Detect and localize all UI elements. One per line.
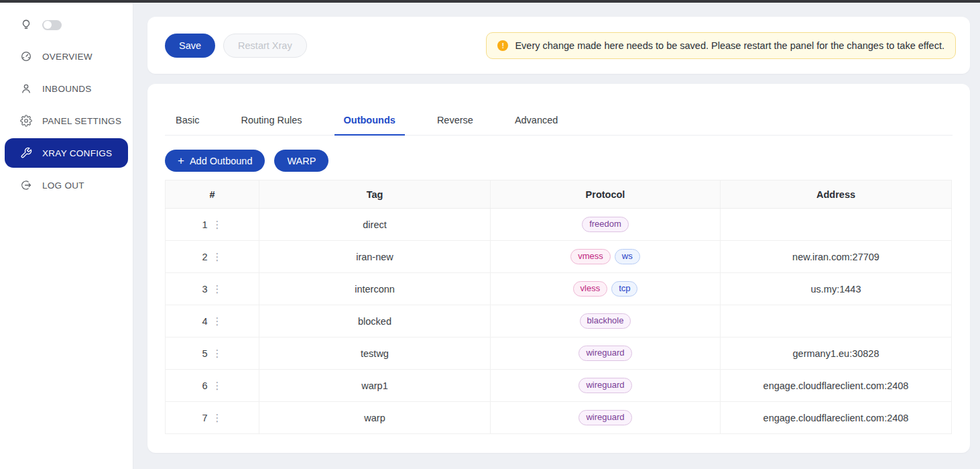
- sidebar-item-label: LOG OUT: [42, 180, 84, 191]
- protocol-badge-ws: ws: [615, 249, 640, 264]
- toggle-knob: [44, 21, 52, 29]
- sidebar-item-log-out[interactable]: LOG OUT: [0, 169, 133, 201]
- protocol-cell: vlesstcp: [491, 273, 721, 305]
- protocol-badge-blackhole: blackhole: [580, 313, 631, 329]
- row-number: 7: [202, 413, 207, 423]
- table-row: 4 ⋮ blocked blackhole: [166, 305, 952, 337]
- tag-cell: warp1: [259, 370, 491, 402]
- protocol-cell: wireguard: [491, 337, 721, 370]
- table-row: 3 ⋮ interconn vlesstcp us.my:1443: [166, 273, 952, 305]
- sidebar-item-label: XRAY CONFIGS: [42, 148, 112, 158]
- table-header-row: #TagProtocolAddress: [166, 180, 952, 209]
- address-cell: us.my:1443: [721, 273, 952, 305]
- vertical-dots-icon[interactable]: ⋮: [212, 380, 223, 390]
- column-header-tag: Tag: [259, 180, 491, 209]
- tag-cell: blocked: [259, 305, 491, 337]
- row-number: 2: [202, 252, 207, 262]
- sidebar-item-label: INBOUNDS: [42, 84, 92, 94]
- vertical-dots-icon[interactable]: ⋮: [212, 316, 223, 326]
- column-header-protocol: Protocol: [491, 180, 721, 209]
- column-header-num: #: [166, 180, 259, 209]
- vertical-dots-icon[interactable]: ⋮: [212, 348, 223, 358]
- xray-configs-card: BasicRouting RulesOutboundsReverseAdvanc…: [147, 84, 970, 453]
- wrench-icon: [20, 147, 32, 159]
- table-row: 2 ⋮ iran-new vmessws new.iran.com:27709: [166, 241, 952, 273]
- tab-outbounds[interactable]: Outbounds: [344, 115, 395, 135]
- address-cell: [721, 305, 952, 337]
- save-button[interactable]: Save: [165, 34, 215, 58]
- protocol-cell: wireguard: [491, 370, 721, 402]
- column-header-address: Address: [721, 180, 952, 209]
- restart-xray-button[interactable]: Restart Xray: [223, 34, 307, 58]
- tab-reverse[interactable]: Reverse: [437, 115, 473, 135]
- tab-basic[interactable]: Basic: [176, 115, 199, 135]
- row-number-cell: 4 ⋮: [166, 305, 259, 337]
- protocol-cell: freedom: [491, 209, 721, 241]
- tabs-bar: BasicRouting RulesOutboundsReverseAdvanc…: [165, 84, 953, 136]
- main-content: Save Restart Xray ! Every change made he…: [133, 3, 980, 469]
- sidebar-item-label: OVERVIEW: [42, 52, 93, 62]
- dark-mode-toggle[interactable]: [42, 20, 62, 30]
- warp-label: WARP: [287, 156, 316, 166]
- protocol-badge-wireguard: wireguard: [578, 378, 631, 393]
- add-outbound-label: Add Outbound: [190, 156, 253, 166]
- tag-cell: interconn: [259, 273, 491, 305]
- theme-toggle-row: [0, 9, 133, 40]
- sidebar-item-label: PANEL SETTINGS: [42, 116, 121, 126]
- protocol-badge-wireguard: wireguard: [578, 410, 631, 425]
- table-row: 7 ⋮ warp wireguard engage.cloudflareclie…: [166, 402, 952, 434]
- row-number-cell: 3 ⋮: [166, 273, 259, 305]
- protocol-cell: wireguard: [491, 402, 721, 434]
- protocol-badge-freedom: freedom: [582, 217, 629, 232]
- sidebar-item-xray-configs[interactable]: XRAY CONFIGS: [5, 138, 128, 168]
- warning-alert: ! Every change made here needs to be sav…: [486, 32, 956, 59]
- protocol-badge-vmess: vmess: [570, 249, 611, 264]
- vertical-dots-icon[interactable]: ⋮: [212, 252, 223, 262]
- row-number-cell: 6 ⋮: [166, 370, 259, 402]
- row-number-cell: 7 ⋮: [166, 402, 259, 434]
- warning-icon: !: [497, 40, 508, 51]
- address-cell: germany1.eu:30828: [721, 337, 952, 370]
- row-number: 5: [202, 348, 207, 359]
- table-row: 1 ⋮ direct freedom: [166, 209, 952, 241]
- row-number: 4: [202, 316, 207, 327]
- vertical-dots-icon[interactable]: ⋮: [212, 219, 223, 229]
- address-cell: new.iran.com:27709: [721, 241, 952, 273]
- add-outbound-button[interactable]: + Add Outbound: [165, 150, 265, 172]
- row-number: 1: [202, 219, 207, 230]
- sidebar: OVERVIEW INBOUNDS PANEL SETTINGS XRAY CO…: [0, 3, 133, 469]
- vertical-dots-icon[interactable]: ⋮: [212, 284, 223, 294]
- tag-cell: iran-new: [259, 241, 491, 273]
- tag-cell: testwg: [259, 337, 491, 370]
- protocol-badge-wireguard: wireguard: [578, 346, 631, 361]
- sidebar-item-panel-settings[interactable]: PANEL SETTINGS: [0, 105, 133, 137]
- table-row: 6 ⋮ warp1 wireguard engage.cloudflarecli…: [166, 370, 952, 402]
- user-icon: [20, 83, 32, 95]
- address-cell: engage.cloudflareclient.com:2408: [721, 370, 952, 402]
- address-cell: engage.cloudflareclient.com:2408: [721, 402, 952, 434]
- vertical-dots-icon[interactable]: ⋮: [212, 413, 223, 423]
- warning-alert-text: Every change made here needs to be saved…: [515, 40, 944, 51]
- bulb-icon: [20, 19, 32, 31]
- sidebar-item-overview[interactable]: OVERVIEW: [0, 40, 133, 72]
- protocol-badge-vless: vless: [573, 281, 608, 297]
- protocol-badge-tcp: tcp: [611, 281, 637, 297]
- tab-advanced[interactable]: Advanced: [515, 115, 558, 135]
- sidebar-item-inbounds[interactable]: INBOUNDS: [0, 72, 133, 105]
- row-number: 6: [202, 380, 207, 391]
- gear-icon: [20, 115, 32, 127]
- sidebar-nav: OVERVIEW INBOUNDS PANEL SETTINGS XRAY CO…: [0, 40, 133, 201]
- tag-cell: direct: [259, 209, 491, 241]
- toolbar-card: Save Restart Xray ! Every change made he…: [147, 17, 970, 74]
- row-number: 3: [202, 284, 207, 295]
- protocol-cell: vmessws: [491, 241, 721, 273]
- table-row: 5 ⋮ testwg wireguard germany1.eu:30828: [166, 337, 952, 370]
- outbounds-table: #TagProtocolAddress 1 ⋮ direct freedom 2…: [165, 180, 952, 434]
- plus-icon: +: [178, 155, 184, 166]
- row-number-cell: 5 ⋮: [166, 337, 259, 370]
- tab-routing-rules[interactable]: Routing Rules: [241, 115, 302, 135]
- dashboard-icon: [20, 50, 32, 62]
- outbound-actions: + Add Outbound WARP: [165, 150, 953, 172]
- tabs: BasicRouting RulesOutboundsReverseAdvanc…: [176, 84, 953, 135]
- warp-button[interactable]: WARP: [274, 150, 328, 172]
